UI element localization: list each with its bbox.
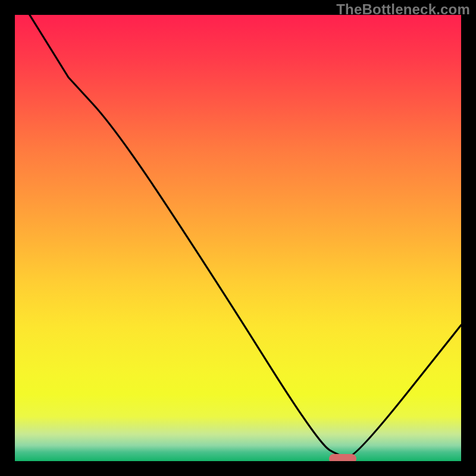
- watermark-text: TheBottleneck.com: [336, 1, 470, 18]
- optimum-marker: [329, 454, 356, 461]
- chart-frame: TheBottleneck.com: [0, 0, 476, 476]
- bottleneck-curve: [15, 15, 461, 461]
- curve-path: [30, 15, 461, 457]
- plot-area: [15, 15, 461, 461]
